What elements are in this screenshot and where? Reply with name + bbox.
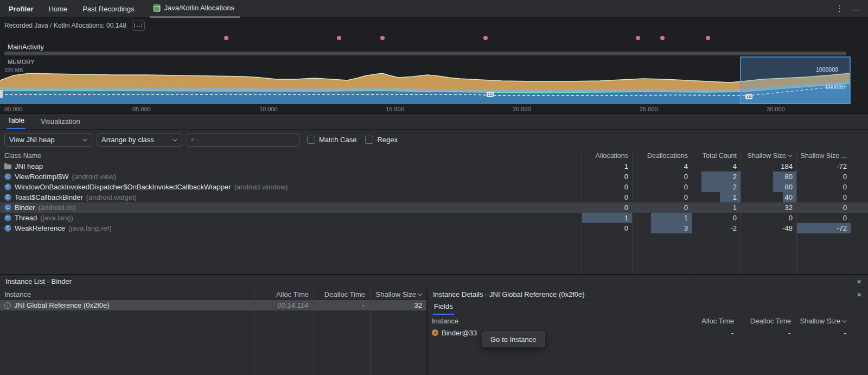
range-left-grip[interactable] <box>0 90 3 98</box>
cell-value: 1 <box>733 193 741 201</box>
selection-handle-left[interactable] <box>487 92 494 97</box>
shallow_size_2-cell: -72 <box>796 223 851 233</box>
class-name-cell: CThread(java.lang) <box>0 214 582 222</box>
arrange-select[interactable]: Arrange by class <box>97 134 182 147</box>
tab-fields[interactable]: Fields <box>433 302 454 315</box>
checkbox-box <box>365 136 373 144</box>
instance-panels: Instance List - Binder × Instance Alloc … <box>0 274 868 375</box>
heap-select[interactable]: View JNI heap <box>4 134 92 147</box>
top-bar: Profiler Home Past Recordings Java/Kotli… <box>0 0 868 18</box>
selection-label-top: 1000000 <box>816 66 838 73</box>
table-row[interactable]: CToast$CallbackBinder(android.widget)001… <box>0 192 868 202</box>
search-field[interactable] <box>187 134 299 147</box>
cell-value: 0 <box>624 183 632 191</box>
more-options-icon[interactable]: ⋮ <box>835 4 844 14</box>
col-allocations[interactable]: Allocations <box>582 152 632 160</box>
instance-list-columns: Instance Alloc Time Dealloc Time Shallow… <box>0 289 426 300</box>
shallow_size-cell: -48 <box>741 223 796 233</box>
shallow_size_2-cell: 0 <box>796 192 851 202</box>
class-name-cell: CWeakReference(java.lang.ref) <box>0 224 582 232</box>
tab-table[interactable]: Table <box>7 116 25 129</box>
shallow_size_2-cell: 0 <box>796 213 851 223</box>
tab-java-kotlin-allocations[interactable]: Java/Kotlin Allocations <box>150 0 240 18</box>
allocations-cell: 0 <box>582 192 632 202</box>
memory-chart[interactable]: MEMORY 320 MB 1000000 900000 <box>0 56 868 104</box>
col-instance[interactable]: Instance <box>427 317 692 325</box>
col-alloc-time[interactable]: Alloc Time <box>692 317 738 325</box>
object-instance-icon <box>432 329 438 336</box>
go-to-instance-tooltip[interactable]: Go to Instance <box>482 332 545 347</box>
allocations-cell: 1 <box>582 161 632 171</box>
search-icon <box>191 136 195 143</box>
nav-home[interactable]: Home <box>49 5 68 13</box>
regex-checkbox[interactable]: Regex <box>365 136 398 144</box>
cell-value: 80 <box>785 173 796 181</box>
col-dealloc-time[interactable]: Dealloc Time <box>312 290 369 298</box>
table-row[interactable]: CWindowOnBackInvokedDispatcher$OnBackInv… <box>0 182 868 192</box>
col-class-name[interactable]: Class Name <box>0 152 582 160</box>
package-name: (java.lang.ref) <box>68 224 111 232</box>
tab-label: Java/Kotlin Allocations <box>164 4 234 12</box>
minimize-icon[interactable]: — <box>852 4 860 14</box>
view-tabs: Table Visualization <box>0 114 868 130</box>
total_count-cell: 0 <box>692 213 741 223</box>
col-deallocations[interactable]: Deallocations <box>632 152 692 160</box>
time-axis: 00.00005.00010.00015.00020.00025.00030.0… <box>0 106 868 113</box>
selection-handle-right[interactable] <box>745 94 752 99</box>
search-input[interactable] <box>200 136 295 144</box>
package-name: (android.view) <box>72 173 116 181</box>
checkbox-box <box>307 136 315 144</box>
memory-axis-max: 320 MB <box>4 67 23 73</box>
allocation-event-dot[interactable] <box>636 36 640 40</box>
class-name: WeakReference <box>15 224 65 232</box>
allocation-event-dot[interactable] <box>483 36 488 40</box>
class-name: Binder <box>15 204 35 212</box>
deallocations-cell: 0 <box>632 171 692 182</box>
match-case-checkbox[interactable]: Match Case <box>307 136 356 144</box>
table-row[interactable]: CThread(java.lang)11000 <box>0 213 868 223</box>
cell-value: 0 <box>843 173 851 181</box>
class-icon: C <box>4 194 11 201</box>
allocation-event-dot[interactable] <box>660 36 665 40</box>
cell-value: -48 <box>782 224 796 232</box>
table-row[interactable]: CViewRootImpl$W(android.view)002800 <box>0 171 868 182</box>
col-shallow-size-2[interactable]: Shallow Size ... <box>796 152 851 160</box>
cell-value: 0 <box>624 224 632 232</box>
instance-row[interactable]: i JNI Global Reference (0x2f0e) 00:14.11… <box>0 300 426 310</box>
allocation-event-dot[interactable] <box>224 36 228 40</box>
close-icon[interactable]: × <box>857 290 861 298</box>
shallow_size-cell: 40 <box>741 192 796 202</box>
tab-visualization[interactable]: Visualization <box>40 117 81 129</box>
activity-lifecycle-bar[interactable] <box>4 52 846 55</box>
table-row[interactable]: CBinder(android.os)001320 <box>0 202 868 213</box>
allocation-event-dot[interactable] <box>706 36 710 40</box>
allocation-event-dot[interactable] <box>337 36 341 40</box>
details-tabs: Fields <box>427 300 868 315</box>
class-name-cell: CViewRootImpl$W(android.view) <box>0 173 582 181</box>
col-shallow-size[interactable]: Shallow Size <box>369 290 426 298</box>
nav-past-recordings[interactable]: Past Recordings <box>82 5 134 13</box>
class-icon: C <box>4 204 11 211</box>
instance-list-pane: Instance Alloc Time Dealloc Time Shallow… <box>0 289 427 375</box>
recording-bar: Recorded Java / Kotlin Allocations: 00.1… <box>0 18 868 33</box>
search-history-chevron-icon <box>196 138 199 142</box>
col-dealloc-time[interactable]: Dealloc Time <box>738 317 795 325</box>
col-instance[interactable]: Instance <box>0 290 253 298</box>
selection-region[interactable] <box>741 57 850 104</box>
col-shallow-size[interactable]: Shallow Size <box>795 317 851 325</box>
cell-value: 0 <box>684 193 692 201</box>
shallow_size_2-cell: 0 <box>796 202 851 213</box>
package-name: (java.lang) <box>40 214 73 222</box>
table-row[interactable]: JNI heap144184-72 <box>0 161 868 171</box>
deallocations-cell: 0 <box>632 202 692 213</box>
deallocations-cell: 0 <box>632 182 692 192</box>
activity-label: MainActivity <box>8 43 44 51</box>
cell-value: 1 <box>733 204 741 212</box>
allocation-event-dot[interactable] <box>380 36 385 40</box>
col-shallow-size[interactable]: Shallow Size <box>741 152 796 160</box>
table-row[interactable]: CWeakReference(java.lang.ref)03-2-48-72 <box>0 223 868 233</box>
fit-to-window-button[interactable]: ↔ <box>132 21 145 31</box>
col-total-count[interactable]: Total Count <box>692 152 741 160</box>
col-alloc-time[interactable]: Alloc Time <box>253 290 312 298</box>
close-icon[interactable]: × <box>857 277 861 285</box>
